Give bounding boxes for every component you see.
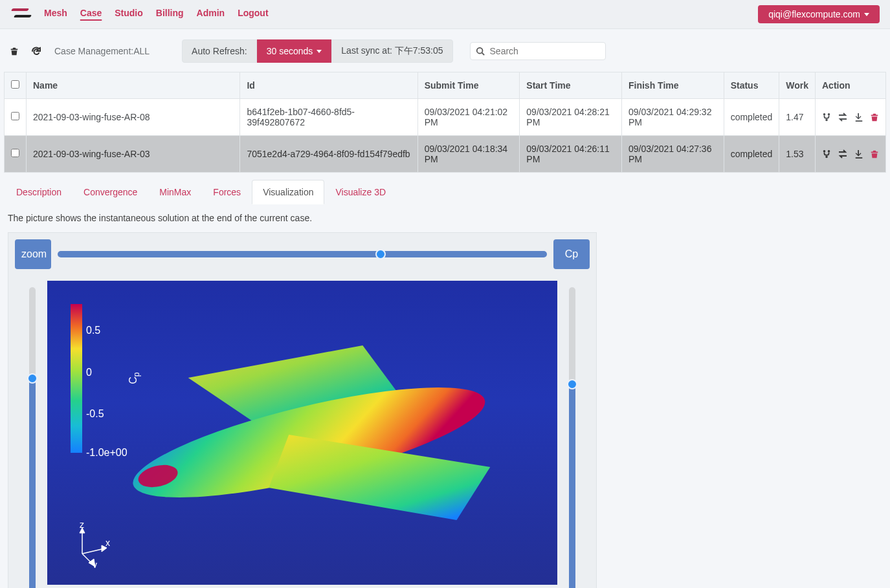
svg-text:x: x xyxy=(106,538,110,548)
svg-point-3 xyxy=(828,113,830,116)
svg-line-1 xyxy=(482,53,484,56)
refresh-icon[interactable] xyxy=(28,43,44,59)
left-slider-col xyxy=(23,281,42,588)
cell-name: 2021-09-03-wing-fuse-AR-03 xyxy=(27,136,240,173)
case-table: Name Id Submit Time Start Time Finish Ti… xyxy=(4,72,886,173)
nav-logout[interactable]: Logout xyxy=(238,8,268,21)
col-finish[interactable]: Finish Time xyxy=(621,72,724,99)
tab-description[interactable]: Description xyxy=(5,180,72,204)
left-slider-fill xyxy=(29,378,36,588)
cell-id: 7051e2d4-a729-4964-8f09-fd154f79edfb xyxy=(240,136,417,173)
horizontal-slider-thumb[interactable] xyxy=(375,249,386,259)
cell-submit: 09/03/2021 04:18:34 PM xyxy=(417,136,520,173)
tab-visualize-3d[interactable]: Visualize 3D xyxy=(324,180,397,204)
cell-id: b641f2eb-1b07-4660-8fd5-39f492807672 xyxy=(240,99,417,136)
download-icon[interactable] xyxy=(854,149,863,158)
cell-status: completed xyxy=(724,136,779,173)
user-email-label: qiqi@flexcompute.com xyxy=(768,9,860,19)
zoom-button[interactable]: zoom xyxy=(15,239,51,269)
cell-actions xyxy=(815,99,885,136)
col-submit[interactable]: Submit Time xyxy=(417,72,520,99)
search-input[interactable] xyxy=(489,45,600,57)
tab-forces[interactable]: Forces xyxy=(202,180,252,204)
table-row[interactable]: 2021-09-03-wing-fuse-AR-08b641f2eb-1b07-… xyxy=(5,99,886,136)
colorbar-tick: -0.5 xyxy=(86,408,104,420)
case-table-wrap: Name Id Submit Time Start Time Finish Ti… xyxy=(0,72,890,173)
col-action: Action xyxy=(815,72,885,99)
search-field[interactable] xyxy=(470,42,606,60)
svg-point-4 xyxy=(825,119,828,122)
nav-studio[interactable]: Studio xyxy=(115,8,143,21)
trash-icon[interactable] xyxy=(870,149,879,158)
nav-case[interactable]: Case xyxy=(80,8,102,21)
svg-point-2 xyxy=(823,113,826,116)
col-name[interactable]: Name xyxy=(27,72,240,99)
col-id[interactable]: Id xyxy=(240,72,417,99)
colorbar-axis-label: C xyxy=(128,372,141,384)
viz-body: 0.5 0 -0.5 -1.0e+00 C z x y xyxy=(8,276,596,588)
visualization-panel: zoom Cp xyxy=(8,232,597,588)
last-sync-prefix: Last sync at: xyxy=(341,45,394,56)
detail-tabs: DescriptionConvergenceMinMaxForcesVisual… xyxy=(5,179,885,204)
chevron-down-icon xyxy=(864,13,869,16)
right-slider-thumb[interactable] xyxy=(567,379,577,389)
row-checkbox[interactable] xyxy=(11,149,19,157)
autorefresh-label-button[interactable]: Auto Refresh: xyxy=(182,39,257,63)
colorbar-tick: 0 xyxy=(86,367,92,378)
last-sync-button[interactable]: Last sync at: 下午7:53:05 xyxy=(331,39,452,63)
svg-text:z: z xyxy=(80,523,84,530)
right-vertical-slider[interactable] xyxy=(568,287,576,588)
fork-icon[interactable] xyxy=(822,113,831,122)
cell-status: completed xyxy=(724,99,779,136)
table-row[interactable]: 2021-09-03-wing-fuse-AR-037051e2d4-a729-… xyxy=(5,136,886,173)
table-header-row: Name Id Submit Time Start Time Finish Ti… xyxy=(5,72,886,99)
colorbar-tick: 0.5 xyxy=(86,325,100,336)
trash-icon[interactable] xyxy=(870,113,879,122)
cell-finish: 09/03/2021 04:27:36 PM xyxy=(621,136,724,173)
nav-billing[interactable]: Billing xyxy=(156,8,184,21)
col-status[interactable]: Status xyxy=(724,72,779,99)
swap-icon[interactable] xyxy=(838,113,848,122)
right-slider-fill xyxy=(569,384,575,588)
col-start[interactable]: Start Time xyxy=(520,72,622,99)
user-menu-button[interactable]: qiqi@flexcompute.com xyxy=(758,5,880,23)
autorefresh-interval-select[interactable]: 30 seconds xyxy=(257,39,332,63)
tab-convergence[interactable]: Convergence xyxy=(72,180,148,204)
tab-visualization[interactable]: Visualization xyxy=(252,180,324,204)
field-button[interactable]: Cp xyxy=(553,239,590,269)
cell-submit: 09/03/2021 04:21:02 PM xyxy=(417,99,520,136)
right-slider-col xyxy=(562,281,582,588)
cell-work: 1.47 xyxy=(779,99,816,136)
row-checkbox[interactable] xyxy=(11,112,19,120)
brand-logo xyxy=(10,7,30,21)
horizontal-slider[interactable] xyxy=(58,250,547,258)
solution-render[interactable]: 0.5 0 -0.5 -1.0e+00 C z x y xyxy=(47,281,557,585)
case-filter-label: Case Management:ALL xyxy=(54,46,150,56)
select-all-checkbox[interactable] xyxy=(11,80,19,89)
fork-icon[interactable] xyxy=(822,149,831,158)
left-slider-thumb[interactable] xyxy=(27,373,38,384)
autorefresh-group: Auto Refresh: 30 seconds Last sync at: 下… xyxy=(182,39,452,63)
nav-mesh[interactable]: Mesh xyxy=(44,8,67,21)
cell-finish: 09/03/2021 04:29:32 PM xyxy=(621,99,724,136)
cell-actions xyxy=(815,136,885,173)
cell-start: 09/03/2021 04:26:11 PM xyxy=(520,136,622,173)
svg-point-7 xyxy=(825,156,828,158)
colorbar xyxy=(71,304,82,453)
autorefresh-value: 30 seconds xyxy=(267,46,313,56)
colorbar-tick: -1.0e+00 xyxy=(86,447,128,459)
search-icon xyxy=(476,47,485,56)
svg-point-5 xyxy=(823,150,826,153)
swap-icon[interactable] xyxy=(838,149,848,158)
delete-icon[interactable] xyxy=(6,43,22,59)
left-vertical-slider[interactable] xyxy=(28,287,36,588)
visualization-description: The picture shows the instantaneous solu… xyxy=(0,209,890,232)
col-work[interactable]: Work xyxy=(779,72,816,99)
nav-admin[interactable]: Admin xyxy=(197,8,225,21)
svg-point-6 xyxy=(828,150,830,153)
download-icon[interactable] xyxy=(854,113,863,122)
chevron-down-icon xyxy=(317,50,322,53)
svg-point-0 xyxy=(476,48,482,54)
tab-minmax[interactable]: MinMax xyxy=(148,180,202,204)
last-sync-time: 下午7:53:05 xyxy=(395,45,443,56)
